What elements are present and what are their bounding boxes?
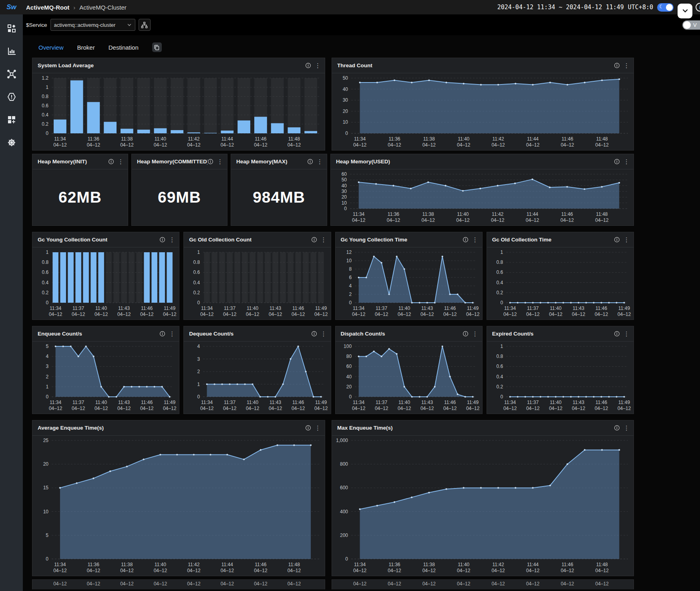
svg-text:0: 0 [46,394,48,400]
theme-toggle[interactable]: ☾ [657,3,674,12]
expired-count-chart: 00.20.40.60.8111:3404–1211:3704–1211:400… [487,342,634,414]
svg-text:11:37: 11:37 [224,306,235,311]
info-button[interactable]: i [696,3,700,12]
time-range[interactable]: 2024-04-12 11:34 ~ 2024-04-12 11:49 [497,4,624,11]
kebab-menu-icon[interactable]: ⋮ [315,425,321,431]
info-icon[interactable] [614,425,620,431]
svg-text:11:34: 11:34 [54,562,66,567]
info-icon[interactable] [463,331,469,337]
sidebar-item-settings[interactable] [6,137,17,148]
sidebar-item-alerts[interactable] [6,92,17,102]
svg-text:04–12: 04–12 [95,312,108,317]
tab-broker[interactable]: Broker [77,44,95,51]
service-hierarchy-button[interactable] [139,19,151,31]
tab-overview[interactable]: Overview [38,44,64,51]
skywalking-logo[interactable]: Sw [0,0,23,14]
kebab-menu-icon[interactable]: ⋮ [624,159,630,165]
svg-text:11:37: 11:37 [527,306,539,311]
info-icon[interactable] [463,237,469,243]
kebab-menu-icon[interactable]: ⋮ [217,159,223,165]
dequeue-count-chart: 0123411:3404–1211:3704–1211:4004–1211:43… [184,342,330,414]
kebab-menu-icon[interactable]: ⋮ [624,237,630,243]
panel-title: Thread Count [337,62,372,68]
svg-text:11:48: 11:48 [596,136,608,142]
svg-text:04–12: 04–12 [269,312,282,317]
sidebar-item-marketplace[interactable] [6,115,17,125]
info-icon[interactable] [207,159,213,165]
expand-button[interactable] [678,4,692,18]
svg-text:0.2: 0.2 [42,121,48,127]
svg-text:11:43: 11:43 [421,400,433,405]
info-icon[interactable] [108,159,114,165]
kebab-menu-icon[interactable]: ⋮ [472,237,478,243]
svg-text:2: 2 [197,369,200,374]
info-icon[interactable] [614,62,620,68]
svg-text:04–12: 04–12 [526,142,540,148]
version-toggle[interactable]: V [682,20,700,30]
svg-text:11:42: 11:42 [188,136,199,142]
svg-text:04–12: 04–12 [526,312,540,317]
svg-text:04–12: 04–12 [221,568,234,573]
svg-text:04–12: 04–12 [246,406,259,411]
kebab-menu-icon[interactable]: ⋮ [118,159,124,165]
kebab-menu-icon[interactable]: ⋮ [624,425,630,431]
info-icon[interactable] [614,331,620,337]
svg-text:0.2: 0.2 [42,290,48,296]
svg-text:04–12: 04–12 [595,406,608,411]
breadcrumb-root[interactable]: ActiveMQ-Root [26,4,69,11]
bar-chart-icon [7,46,16,56]
info-icon[interactable] [307,159,313,165]
kebab-menu-icon[interactable]: ⋮ [169,331,175,337]
svg-text:04–12: 04–12 [72,312,85,317]
svg-text:0: 0 [349,300,352,306]
svg-text:0: 0 [500,300,503,306]
kebab-menu-icon[interactable]: ⋮ [169,237,175,243]
hierarchy-icon [141,22,148,28]
svg-text:11:44: 11:44 [527,136,539,142]
svg-text:04–12: 04–12 [422,568,436,573]
kebab-menu-icon[interactable]: ⋮ [624,62,630,68]
sidebar-item-topology[interactable] [6,69,17,79]
activemq-dashboard: Sw [0,0,700,591]
svg-text:11:42: 11:42 [493,136,504,142]
kebab-menu-icon[interactable]: ⋮ [315,62,321,68]
sidebar-item-metrics[interactable] [6,46,17,56]
panel-title: Heap Memory(INIT) [38,159,87,165]
svg-text:0.6: 0.6 [42,269,48,275]
panel-heap-memory-max: Heap Memory(MAX) ⋮ 984MB [231,154,327,226]
kebab-menu-icon[interactable]: ⋮ [321,237,327,243]
moon-icon: ☾ [659,4,664,10]
svg-text:04–12: 04–12 [117,406,131,411]
panel-dispatch-count: Dispatch Count/s ⋮ 02040608010011:3404–1… [335,326,483,414]
svg-text:11:38: 11:38 [121,136,133,142]
service-select[interactable]: activemq::activemq-cluster [50,19,135,31]
info-icon[interactable] [614,159,620,165]
tab-destination[interactable]: Destination [109,44,139,51]
kebab-menu-icon[interactable]: ⋮ [624,331,630,337]
svg-text:3: 3 [197,356,200,362]
svg-text:11:46: 11:46 [561,136,573,142]
info-icon[interactable] [159,237,165,243]
sidebar-item-dashboards[interactable] [6,23,17,34]
panel-title: Gc Old Collection Time [492,237,551,243]
svg-text:11:40: 11:40 [398,400,410,405]
info-icon[interactable] [614,237,620,243]
svg-text:12: 12 [346,249,352,255]
info-icon[interactable] [311,237,317,243]
svg-text:04–12: 04–12 [526,217,539,223]
kebab-menu-icon[interactable]: ⋮ [317,159,323,165]
svg-text:0: 0 [344,206,347,211]
kebab-menu-icon[interactable]: ⋮ [472,331,478,337]
info-icon[interactable] [311,331,317,337]
kebab-menu-icon[interactable]: ⋮ [321,331,327,337]
svg-text:1: 1 [197,382,200,387]
info-icon[interactable] [305,62,311,68]
breadcrumb-leaf[interactable]: ActiveMQ-Cluster [79,4,127,11]
svg-text:04–12: 04–12 [154,568,167,573]
info-icon[interactable] [305,425,311,431]
info-icon[interactable] [159,331,165,337]
svg-text:0: 0 [345,131,348,136]
svg-text:1: 1 [500,249,503,255]
svg-text:11:48: 11:48 [288,562,300,567]
copy-tabs-button[interactable] [152,42,162,52]
